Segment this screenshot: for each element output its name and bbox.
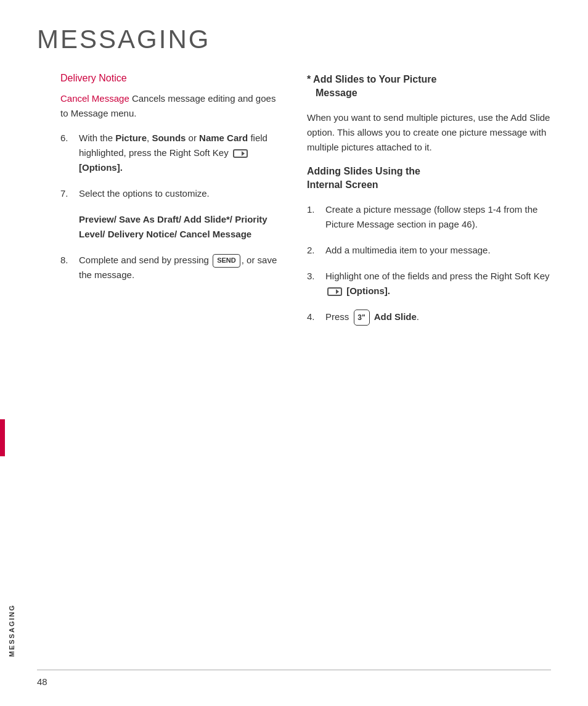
send-button-icon: SEND xyxy=(213,254,240,268)
list-content-8: Complete and send by pressing SEND, or s… xyxy=(79,253,282,282)
item7-text: Select the options to customize. xyxy=(79,188,210,199)
item3-text-before: Highlight one of the fields and press th… xyxy=(325,271,550,281)
page-number: 48 xyxy=(37,676,47,687)
item6-or: or xyxy=(186,133,199,143)
list-num-8: 8. xyxy=(60,253,79,282)
item4-text-before: Press xyxy=(325,311,349,322)
list-content-7: Select the options to customize. xyxy=(79,186,282,201)
right-soft-key-icon-6 xyxy=(233,149,248,158)
item4-period: . xyxy=(417,311,419,322)
right-list-num-4: 4. xyxy=(307,310,325,326)
list-num-6: 6. xyxy=(60,131,79,175)
right-list-num-3: 3. xyxy=(307,269,325,298)
item6-bold3: Name Card xyxy=(199,133,248,143)
adding-slides-subheading: Adding Slides Using the Internal Screen xyxy=(307,165,551,192)
right-list-num-1: 1. xyxy=(307,202,325,232)
left-column: Delivery Notice Cancel Message Cancels m… xyxy=(60,73,282,337)
intro-text: When you want to send multiple pictures,… xyxy=(307,110,551,155)
add-slides-heading: * Add Slides to Your Picture Message xyxy=(307,73,551,101)
item3-options: [Options]. xyxy=(346,285,390,296)
right-list-num-2: 2. xyxy=(307,243,325,258)
right-list-content-3: Highlight one of the fields and press th… xyxy=(325,269,551,298)
right-column: * Add Slides to Your Picture Message Whe… xyxy=(307,73,551,337)
right-soft-key-icon-3 xyxy=(327,287,342,296)
sub-heading-line2: Internal Screen xyxy=(307,179,378,190)
item6-bold1: Picture xyxy=(115,133,147,143)
item6-bold2: Sounds xyxy=(152,133,186,143)
item6-options: [Options]. xyxy=(79,162,123,173)
cancel-message-term: Cancel Message xyxy=(60,93,129,104)
right-list-content-2: Add a multimedia item to your message. xyxy=(325,243,551,258)
delivery-notice-heading: Delivery Notice xyxy=(60,73,282,84)
right-list-item-1: 1. Create a picture message (follow step… xyxy=(307,202,551,232)
page-container: MESSAGING MESSAGING Delivery Notice Canc… xyxy=(0,0,588,706)
main-heading-line2: Message xyxy=(307,88,357,98)
list-item-8: 8. Complete and send by pressing SEND, o… xyxy=(60,253,282,282)
right-list-item-2: 2. Add a multimedia item to your message… xyxy=(307,243,551,258)
star-prefix: * xyxy=(307,74,311,84)
item4-add-slide: Add Slide xyxy=(374,311,417,322)
item6-text-before: With the xyxy=(79,133,115,143)
footer-divider xyxy=(37,670,551,670)
list-item-6: 6. With the Picture, Sounds or Name Card… xyxy=(60,131,282,175)
list-content-6: With the Picture, Sounds or Name Card fi… xyxy=(79,131,282,175)
options-block: Preview/ Save As Draft/ Add Slide*/ Prio… xyxy=(79,212,282,242)
key-3-icon: 3" xyxy=(354,310,370,326)
page-title: MESSAGING xyxy=(0,0,588,73)
list-item-7: 7. Select the options to customize. xyxy=(60,186,282,201)
right-list-content-4: Press 3" Add Slide. xyxy=(325,310,551,326)
cancel-message-paragraph: Cancel Message Cancels message editing a… xyxy=(60,91,282,121)
footer: 48 xyxy=(37,670,551,688)
sidebar-text: MESSAGING xyxy=(8,604,15,657)
right-list-item-4: 4. Press 3" Add Slide. xyxy=(307,310,551,326)
list-num-7: 7. xyxy=(60,186,79,201)
sidebar-label-container: MESSAGING xyxy=(0,247,23,706)
content-area: Delivery Notice Cancel Message Cancels m… xyxy=(23,73,588,374)
main-heading-line1: Add Slides to Your Picture xyxy=(313,74,436,84)
right-list-content-1: Create a picture message (follow steps 1… xyxy=(325,202,551,232)
right-list-item-3: 3. Highlight one of the fields and press… xyxy=(307,269,551,298)
sub-heading-line1: Adding Slides Using the xyxy=(307,166,420,176)
item8-text-before: Complete and send by pressing xyxy=(79,255,209,265)
